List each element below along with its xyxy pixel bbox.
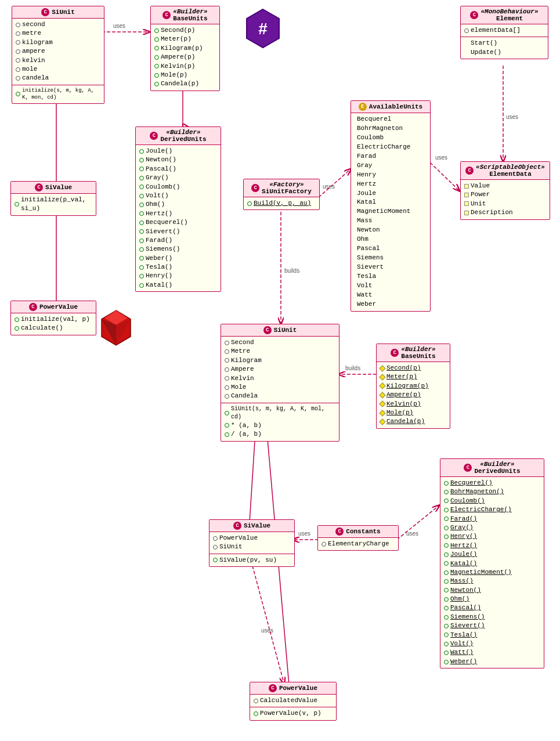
list-item: Ohm() — [444, 595, 540, 603]
svg-line-8 — [319, 168, 352, 197]
list-item: Hertz — [355, 180, 427, 189]
element-box: C «MonoBehaviour»Element elementData[] S… — [460, 6, 548, 59]
sivalue-top-box: C SiValue initialize(p_val, si_u) — [10, 181, 96, 216]
siunit-mid-title: SiUnit — [274, 327, 297, 334]
list-item: Candela(p) — [154, 79, 216, 88]
list-item: Kilogram(p) — [380, 382, 446, 391]
list-item: Sievert() — [139, 227, 217, 236]
siunit-mid-fields: Second Metre Kilogram Ampere Kelvin Mole… — [221, 337, 339, 403]
svg-line-21 — [252, 566, 284, 685]
powervalue-top-methods: initialize(val, p) calculate() — [11, 313, 96, 335]
enum-icon: E — [359, 103, 367, 111]
list-item: Gray() — [444, 523, 540, 532]
class-icon: C — [29, 303, 37, 311]
element-fields: elementData[] — [461, 24, 548, 37]
siunit-top-methods: initialize(s, m, kg, A, K, mon, cd) — [12, 85, 104, 103]
baseunits-top-box: C «Builder»BaseUnits Second(p) Meter(p) … — [150, 6, 220, 91]
list-item: MagneticMoment() — [444, 568, 540, 577]
list-item: Mass() — [444, 577, 540, 585]
constants-box: C Constants ElementaryCharge — [317, 525, 399, 551]
list-item: Ohm() — [139, 200, 217, 209]
powervalue-bot-header: C PowerValue — [250, 682, 336, 695]
sivalue-bot-box: C SiValue PowerValue SiUnit SiValue(pv, … — [209, 519, 295, 567]
sivalue-top-title: SiValue — [45, 184, 72, 191]
list-item: Henry — [355, 171, 427, 180]
list-item: Volt — [355, 281, 427, 291]
class-icon: C — [41, 8, 49, 16]
list-item: Value — [464, 182, 546, 190]
availableunits-items: Becquerel BohrMagneton Coulomb ElectricC… — [351, 113, 430, 311]
powervalue-top-box: C PowerValue initialize(val, p) calculat… — [10, 301, 96, 335]
list-item: Coulomb() — [444, 497, 540, 505]
sivalue-top-header: C SiValue — [11, 182, 96, 194]
powervalue-top-header: C PowerValue — [11, 301, 96, 313]
list-item: Watt() — [444, 648, 540, 657]
list-item: Joule() — [139, 147, 217, 156]
svg-text:uses: uses — [323, 183, 335, 190]
class-icon: C — [150, 132, 158, 140]
list-item: Description — [464, 208, 546, 217]
availableunits-box: E AvailableUnits Becquerel BohrMagneton … — [351, 100, 431, 312]
powervalue-top-title: PowerValue — [39, 303, 78, 310]
list-item: Sievert — [355, 263, 427, 272]
list-item: Mole(p) — [154, 71, 216, 79]
list-item: Becquerel() — [139, 218, 217, 227]
list-item: Siemens() — [444, 613, 540, 621]
derivedunits-top-header: C «Builder»DerivedUnits — [136, 127, 221, 145]
svg-line-6 — [430, 162, 460, 191]
powervalue-bot-title: PowerValue — [279, 685, 317, 692]
list-item: calculate() — [15, 324, 92, 332]
class-icon: C — [464, 464, 472, 472]
siunifactory-header: C «Factory»SiUnitFactory — [244, 179, 319, 197]
list-item: Kilogram — [225, 356, 335, 365]
list-item: Volt() — [444, 639, 540, 648]
class-icon: C — [35, 183, 43, 191]
list-item: elementData[] — [464, 26, 544, 35]
element-title: «MonoBehaviour»Element — [480, 8, 538, 22]
elementdata-fields: Value Power Unit Description — [461, 180, 550, 219]
elementdata-box: C «ScriptableObject»ElementData Value Po… — [460, 161, 550, 220]
derivedunits-bot-title: «Builder»DerivedUnits — [474, 461, 520, 475]
siunifactory-title: «Factory»SiUnitFactory — [262, 181, 312, 195]
list-item: Henry() — [139, 272, 217, 280]
elementdata-header: C «ScriptableObject»ElementData — [461, 162, 550, 180]
list-item: metre — [16, 29, 100, 38]
list-item: Weber() — [444, 657, 540, 666]
list-item: Meter(p) — [154, 35, 216, 44]
derivedunits-top-title: «Builder»DerivedUnits — [160, 129, 206, 143]
list-item: PowerValue(v, p) — [254, 709, 333, 718]
list-item: Kelvin — [225, 374, 335, 383]
list-item: SiValue(pv, su) — [213, 556, 291, 565]
list-item: Tesla — [355, 272, 427, 281]
list-item: Pascal() — [139, 165, 217, 173]
list-item: candela — [16, 74, 100, 82]
list-item: Ampere — [225, 365, 335, 374]
list-item: Joule() — [444, 550, 540, 559]
class-icon: C — [162, 11, 171, 19]
list-item: initialize(p_val, si_u) — [15, 196, 92, 214]
baseunits-mid-box: C «Builder»BaseUnits Second(p) Meter(p) … — [376, 344, 450, 429]
list-item: Kelvin(p) — [154, 62, 216, 71]
list-item: Mass — [355, 216, 427, 226]
class-icon: C — [233, 522, 241, 530]
svg-text:uses: uses — [406, 530, 418, 537]
elementdata-title: «ScriptableObject»ElementData — [476, 164, 545, 178]
list-item: Newton — [355, 226, 427, 235]
powervalue-bot-fields: CalculatedValue — [250, 695, 336, 707]
list-item: Kilogram(p) — [154, 44, 216, 53]
list-item: second — [16, 20, 100, 29]
list-item: Becquerel — [355, 115, 427, 124]
class-icon: C — [470, 11, 478, 19]
list-item: Joule — [355, 189, 427, 198]
list-item: Tesla() — [139, 263, 217, 272]
list-item: SiUnit — [213, 543, 291, 551]
constants-fields: ElementaryCharge — [318, 538, 398, 550]
svg-text:uses: uses — [506, 114, 518, 120]
sivalue-bot-title: SiValue — [244, 522, 270, 529]
baseunits-top-methods: Second(p) Meter(p) Kilogram(p) Ampere(p)… — [151, 24, 219, 91]
list-item: Coulomb — [355, 133, 427, 143]
list-item: Coulomb() — [139, 183, 217, 191]
sivalue-bot-header: C SiValue — [209, 520, 294, 532]
list-item: Ohm — [355, 235, 427, 244]
list-item: Candela — [225, 392, 335, 400]
